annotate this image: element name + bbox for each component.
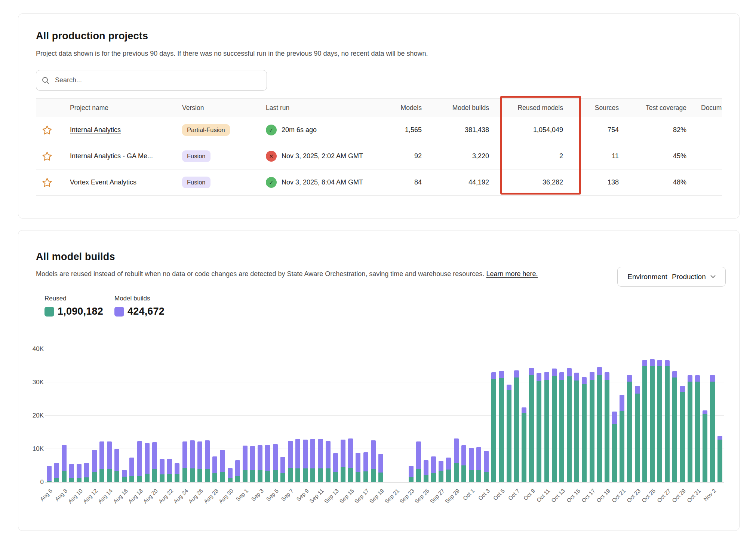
bar-reused-Oct 31[interactable] <box>695 382 700 482</box>
bar-reused-Aug 19[interactable] <box>145 474 150 482</box>
bar-reused-Aug 18[interactable] <box>137 476 142 482</box>
bar-builds-Aug 8[interactable] <box>62 445 67 471</box>
bar-reused-Sep 9[interactable] <box>303 468 308 482</box>
bar-reused-Oct 17[interactable] <box>590 380 594 482</box>
bar-builds-Oct 16[interactable] <box>582 377 587 384</box>
bar-reused-Sep 26[interactable] <box>431 473 436 482</box>
bar-reused-Oct 21[interactable] <box>620 411 624 482</box>
bar-reused-Oct 7[interactable] <box>514 377 519 482</box>
bar-reused-Sep 19[interactable] <box>378 473 383 482</box>
bar-reused-Oct 6[interactable] <box>507 390 511 482</box>
bar-builds-Oct 13[interactable] <box>559 372 564 380</box>
bar-builds-Sep 8[interactable] <box>295 439 300 468</box>
bar-builds-Sep 18[interactable] <box>371 440 376 469</box>
bar-builds-Oct 5[interactable] <box>499 371 504 378</box>
bar-reused-Sep 25[interactable] <box>424 475 428 483</box>
bar-builds-Oct 19[interactable] <box>605 372 609 380</box>
bar-reused-Sep 16[interactable] <box>356 472 360 482</box>
project-name-link[interactable]: Internal Analytics <box>70 126 121 134</box>
bar-reused-Oct 16[interactable] <box>582 384 587 482</box>
bar-builds-Oct 4[interactable] <box>491 372 496 379</box>
bar-builds-Sep 17[interactable] <box>363 452 368 471</box>
bar-reused-Sep 23[interactable] <box>409 477 414 482</box>
bar-reused-Sep 1[interactable] <box>243 470 248 482</box>
bar-builds-Aug 27[interactable] <box>205 440 210 469</box>
bar-builds-Oct 10[interactable] <box>537 373 541 381</box>
bar-builds-Aug 9[interactable] <box>69 464 74 478</box>
bar-reused-Nov 1[interactable] <box>703 414 707 482</box>
bar-reused-Oct 25[interactable] <box>650 366 655 483</box>
bar-builds-Sep 3[interactable] <box>258 445 262 470</box>
bar-builds-Aug 20[interactable] <box>152 442 157 469</box>
bar-reused-Sep 10[interactable] <box>310 468 315 482</box>
bar-builds-Oct 22[interactable] <box>627 375 632 382</box>
bar-reused-Sep 14[interactable] <box>341 467 345 482</box>
bar-builds-Oct 6[interactable] <box>507 385 511 390</box>
bar-builds-Aug 30[interactable] <box>228 468 233 478</box>
bar-builds-Oct 17[interactable] <box>590 372 594 380</box>
bar-reused-Aug 28[interactable] <box>212 473 217 482</box>
bar-reused-Oct 24[interactable] <box>642 366 647 482</box>
bar-reused-Oct 29[interactable] <box>680 392 685 482</box>
bar-reused-Sep 24[interactable] <box>416 469 421 482</box>
bar-builds-Aug 11[interactable] <box>84 463 89 477</box>
bar-builds-Sep 24[interactable] <box>416 441 421 469</box>
bar-reused-Sep 11[interactable] <box>318 468 323 482</box>
project-name-link[interactable]: Internal Analytics - GA Me... <box>70 152 153 160</box>
bar-reused-Oct 23[interactable] <box>635 394 640 482</box>
bar-builds-Oct 27[interactable] <box>665 360 670 366</box>
bar-reused-Sep 13[interactable] <box>333 472 338 482</box>
bar-builds-Oct 20[interactable] <box>612 412 617 424</box>
bar-builds-Sep 23[interactable] <box>409 466 414 477</box>
bar-reused-Oct 2[interactable] <box>476 470 481 482</box>
bar-reused-Sep 30[interactable] <box>461 465 466 482</box>
bar-builds-Oct 23[interactable] <box>635 386 640 394</box>
bar-reused-Sep 5[interactable] <box>273 470 278 482</box>
bar-builds-Sep 5[interactable] <box>273 444 278 470</box>
bar-reused-Sep 2[interactable] <box>250 470 255 482</box>
bar-builds-Sep 13[interactable] <box>333 453 338 473</box>
bar-reused-Sep 3[interactable] <box>258 470 262 482</box>
bar-reused-Sep 6[interactable] <box>280 473 285 482</box>
bar-reused-Aug 22[interactable] <box>167 474 172 482</box>
bar-builds-Nov 1[interactable] <box>703 410 707 415</box>
bar-builds-Sep 19[interactable] <box>378 454 383 473</box>
bar-builds-Sep 26[interactable] <box>431 456 436 473</box>
bar-reused-Sep 29[interactable] <box>454 463 459 482</box>
bar-reused-Sep 28[interactable] <box>446 470 451 482</box>
bar-reused-Aug 9[interactable] <box>69 478 74 482</box>
learn-more-link[interactable]: Learn more here. <box>486 270 538 278</box>
bar-reused-Oct 18[interactable] <box>597 375 602 482</box>
bar-reused-Aug 21[interactable] <box>160 474 165 482</box>
bar-reused-Aug 7[interactable] <box>54 478 59 482</box>
bar-builds-Oct 30[interactable] <box>688 375 692 382</box>
bar-reused-Aug 23[interactable] <box>175 474 179 482</box>
bar-builds-Oct 7[interactable] <box>514 370 519 377</box>
bar-reused-Oct 5[interactable] <box>499 378 504 483</box>
bar-builds-Sep 27[interactable] <box>439 461 443 471</box>
bar-reused-Aug 24[interactable] <box>182 468 187 482</box>
bar-builds-Aug 10[interactable] <box>77 464 82 478</box>
bar-reused-Sep 8[interactable] <box>295 468 300 482</box>
bar-reused-Nov 3[interactable] <box>717 440 722 482</box>
bar-builds-Oct 26[interactable] <box>657 360 662 366</box>
bar-builds-Sep 16[interactable] <box>356 453 360 472</box>
bar-builds-Aug 15[interactable] <box>114 449 119 471</box>
bar-reused-Aug 10[interactable] <box>77 478 82 482</box>
bar-reused-Oct 27[interactable] <box>665 366 670 482</box>
bar-reused-Aug 6[interactable] <box>47 481 52 482</box>
bar-builds-Aug 14[interactable] <box>107 441 112 469</box>
bar-reused-Oct 13[interactable] <box>559 380 564 482</box>
search-field[interactable] <box>54 76 261 85</box>
bar-reused-Oct 12[interactable] <box>552 376 557 482</box>
bar-builds-Aug 28[interactable] <box>212 456 217 473</box>
bar-builds-Oct 2[interactable] <box>476 447 481 470</box>
bar-reused-Oct 1[interactable] <box>469 470 474 482</box>
bar-builds-Aug 23[interactable] <box>175 463 179 474</box>
bar-builds-Sep 9[interactable] <box>303 440 308 468</box>
bar-reused-Aug 26[interactable] <box>197 469 202 482</box>
bar-builds-Aug 13[interactable] <box>99 441 104 468</box>
search-input[interactable] <box>36 70 267 91</box>
bar-builds-Sep 15[interactable] <box>348 438 353 468</box>
bar-builds-Sep 12[interactable] <box>326 441 331 468</box>
